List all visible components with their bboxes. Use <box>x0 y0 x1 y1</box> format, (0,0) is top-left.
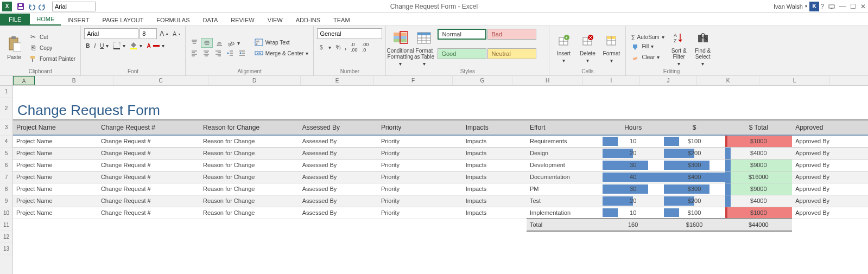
column-header-C[interactable]: C <box>113 76 208 85</box>
ribbon-options-button[interactable] <box>828 3 835 10</box>
cell[interactable]: Test <box>527 195 603 207</box>
cell-total[interactable]: $9000 <box>725 183 793 195</box>
minimize-button[interactable]: — <box>839 3 846 10</box>
table-header[interactable]: Change Request # <box>98 120 200 135</box>
cell[interactable]: Approved By <box>792 135 868 147</box>
format-cells-button[interactable]: Format ▾ <box>600 28 622 67</box>
column-header-D[interactable]: D <box>208 76 301 85</box>
cell-total[interactable]: $16000 <box>725 171 793 183</box>
cell[interactable]: Approved By <box>792 159 868 171</box>
paste-button[interactable]: Paste <box>3 28 25 67</box>
cell[interactable]: Priority <box>378 171 462 183</box>
increase-indent-button[interactable] <box>237 49 248 58</box>
tab-file[interactable]: FILE <box>0 14 30 26</box>
redo-button[interactable] <box>37 1 48 12</box>
tab-addins[interactable]: ADD-INS <box>289 15 327 26</box>
column-header-J[interactable]: J <box>640 76 697 85</box>
cut-button[interactable]: ✂Cut <box>27 32 77 42</box>
cell[interactable]: Assessed By <box>299 147 378 159</box>
bold-button[interactable]: B <box>84 41 91 50</box>
table-row[interactable]: Project NameChange Request #Reason for C… <box>13 147 868 159</box>
column-header-B[interactable]: B <box>35 76 113 85</box>
wrap-text-button[interactable]: abcWrap Text <box>253 37 311 47</box>
cell[interactable]: Impacts <box>462 135 527 147</box>
table-header[interactable]: $ Total <box>725 120 793 135</box>
cell[interactable]: Requirements <box>527 135 603 147</box>
underline-button[interactable]: U ▾ <box>98 41 110 50</box>
cell-dollar[interactable]: $300 <box>664 159 725 171</box>
cell[interactable]: Change Request # <box>98 159 200 171</box>
cell-dollar[interactable]: $200 <box>664 195 725 207</box>
cell[interactable]: Assessed By <box>299 183 378 195</box>
cell[interactable]: Reason for Change <box>200 147 299 159</box>
table-header[interactable]: Priority <box>378 120 462 135</box>
cell[interactable]: Project Name <box>13 135 98 147</box>
cell[interactable]: Priority <box>378 159 462 171</box>
increase-font-button[interactable]: A▴ <box>158 28 170 39</box>
qat-font-select[interactable] <box>52 2 96 11</box>
cell-dollar[interactable]: $100 <box>664 135 725 147</box>
table-row[interactable]: Project NameChange Request #Reason for C… <box>13 183 868 195</box>
table-header[interactable]: $ <box>664 120 725 135</box>
cell[interactable]: Change Request # <box>98 147 200 159</box>
format-as-table-button[interactable]: Format as Table ▾ <box>413 28 435 67</box>
cell[interactable]: Impacts <box>462 147 527 159</box>
accounting-format-button[interactable]: $ ▾ <box>317 41 333 53</box>
table-header[interactable]: Hours <box>603 120 664 135</box>
tab-review[interactable]: REVIEW <box>224 15 261 26</box>
table-row[interactable]: Project NameChange Request #Reason for C… <box>13 195 868 207</box>
cell[interactable]: Change Request # <box>98 195 200 207</box>
column-header-K[interactable]: K <box>697 76 759 85</box>
table-row[interactable]: Project NameChange Request #Reason for C… <box>13 135 868 147</box>
style-neutral[interactable]: Neutral <box>487 48 536 59</box>
font-color-button[interactable]: A ▾ <box>145 41 166 50</box>
align-left-button[interactable] <box>189 49 200 58</box>
cell-total[interactable]: $1000 <box>725 135 793 147</box>
save-button[interactable] <box>15 1 26 12</box>
table-header[interactable]: Impacts <box>462 120 527 135</box>
table-header[interactable]: Approved <box>792 120 868 135</box>
cell[interactable]: Priority <box>378 195 462 207</box>
column-header-G[interactable]: G <box>453 76 512 85</box>
cell[interactable]: Reason for Change <box>200 183 299 195</box>
cell[interactable]: Reason for Change <box>200 195 299 207</box>
table-total-row[interactable]: Total160$1600$44000 <box>13 219 868 231</box>
align-center-button[interactable] <box>201 49 212 58</box>
increase-decimal-button[interactable]: .0.00 <box>349 41 359 53</box>
merge-center-button[interactable]: Merge & Center ▾ <box>253 48 311 58</box>
cell[interactable]: Documentation <box>527 171 603 183</box>
cell[interactable]: Assessed By <box>299 171 378 183</box>
column-header-F[interactable]: F <box>374 76 453 85</box>
cell[interactable]: Design <box>527 147 603 159</box>
close-button[interactable]: ✕ <box>860 3 866 10</box>
cell[interactable]: Project Name <box>13 147 98 159</box>
column-header-L[interactable]: L <box>759 76 830 85</box>
cell[interactable]: Development <box>527 159 603 171</box>
percent-button[interactable]: % <box>334 41 342 53</box>
table-header[interactable]: Project Name <box>13 120 98 135</box>
cell[interactable]: Project Name <box>13 195 98 207</box>
cell[interactable]: Change Request # <box>98 207 200 219</box>
table-header[interactable]: Assessed By <box>299 120 378 135</box>
cell[interactable]: Reason for Change <box>200 159 299 171</box>
cell-dollar[interactable]: $400 <box>664 171 725 183</box>
comma-button[interactable]: , <box>343 41 348 53</box>
cell[interactable]: Impacts <box>462 159 527 171</box>
cell[interactable]: Implementation <box>527 207 603 219</box>
cell[interactable]: Assessed By <box>299 159 378 171</box>
cell[interactable]: Reason for Change <box>200 135 299 147</box>
cell[interactable]: Change Request # <box>98 171 200 183</box>
delete-cells-button[interactable]: Delete ▾ <box>576 28 598 67</box>
table-header[interactable]: Effort <box>527 120 603 135</box>
cell[interactable]: Project Name <box>13 207 98 219</box>
tab-formulas[interactable]: FORMULAS <box>150 15 196 26</box>
cell-hours[interactable]: 10 <box>603 135 664 147</box>
align-right-button[interactable] <box>213 49 224 58</box>
font-size-select[interactable] <box>140 28 157 39</box>
orientation-button[interactable]: ab ▾ <box>226 38 242 48</box>
cell-hours[interactable]: 30 <box>603 183 664 195</box>
undo-button[interactable] <box>26 1 37 12</box>
format-painter-button[interactable]: Format Painter <box>27 54 77 63</box>
tab-data[interactable]: DATA <box>197 15 225 26</box>
cell[interactable]: Impacts <box>462 207 527 219</box>
